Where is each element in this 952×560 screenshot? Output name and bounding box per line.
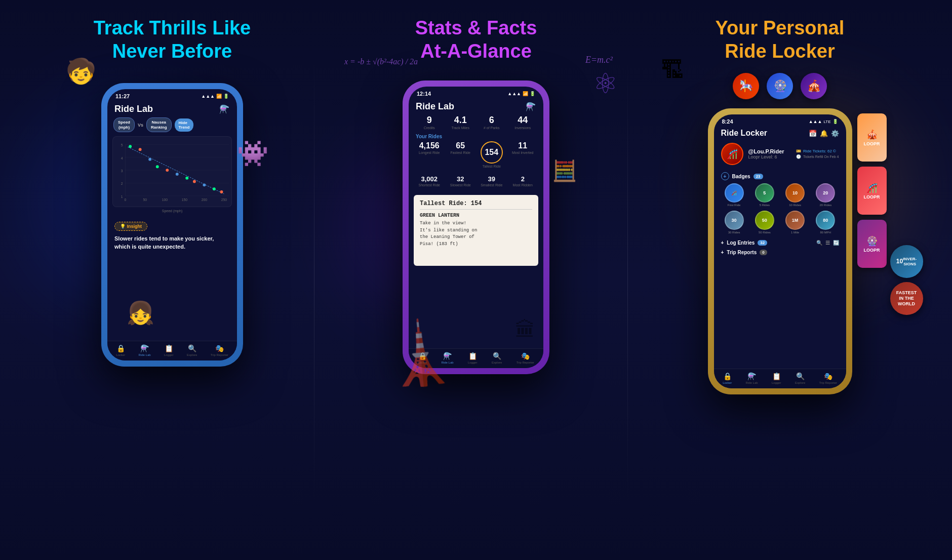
stat-shortest-value: 3,002 — [415, 175, 444, 183]
nav-logger-3[interactable]: 📋 Logger — [772, 372, 781, 384]
loopr-card-1: 🎪 LOOPR — [857, 113, 887, 162]
badge-10rides-label: 10 Rides — [789, 204, 801, 207]
section-stats-facts: Stats & Facts At-A-Glance x = -b ± √(b²-… — [329, 12, 623, 548]
phone-2-header: Ride Lab ⚗️ — [409, 99, 543, 115]
nav-locker-label: Locker — [116, 353, 125, 356]
vs-text: Vs — [138, 123, 143, 128]
refresh-log-icon[interactable]: 🔄 — [833, 240, 839, 246]
svg-text:150: 150 — [182, 198, 188, 202]
nav-locker-3[interactable]: 🔒 Locker — [723, 372, 732, 384]
trip-expand-btn[interactable]: + — [721, 250, 724, 255]
stat-trackmiles: 4.1 Track Miles — [446, 115, 475, 130]
nav-explore-3[interactable]: 🔍 Explore — [795, 372, 805, 384]
nav-tripreport-1[interactable]: 🎭 Trip Reporter — [211, 344, 228, 356]
phone-3-container: 8:24 ▲▲▲ LTE 🔋 Ride Locker 📅 🔔 — [708, 103, 852, 394]
phone-2-notch — [456, 87, 496, 97]
nav-explore-1[interactable]: 🔍 Explore — [187, 344, 197, 356]
stat-fastest: 65 Fastest Ride — [446, 141, 475, 168]
stats-bot-grid: 3,002 Shortest Ride 32 Slowest Ride 39 S… — [409, 175, 543, 191]
svg-text:4: 4 — [121, 156, 123, 160]
stat-inversions-label: Inversions — [508, 126, 538, 130]
nav-tripreport-2[interactable]: 🎭 Trip Reporter — [517, 352, 534, 364]
log-expand-btn[interactable]: + — [721, 240, 724, 246]
profile-row: 🎢 @Lou.P.Rider Loopr Level: 6 🎫 Ride Tic… — [714, 141, 846, 169]
explore-nav-icon-3: 🔍 — [796, 372, 805, 380]
svg-point-26 — [203, 184, 206, 187]
badge-30rides-circle: 30 — [725, 211, 744, 230]
nav-locker-label-3: Locker — [723, 381, 732, 384]
stat-mostinverted: 11 Most Inverted — [508, 141, 538, 168]
badge-30rides-label: 30 Rides — [728, 231, 740, 234]
badge-50rides-circle: 50 — [755, 211, 774, 230]
stat-parks-value: 6 — [477, 115, 506, 126]
list-log-icon[interactable]: ☰ — [825, 240, 830, 246]
ticket-refill-row: 🕐 Tickets Refill On Feb 4 — [796, 154, 839, 159]
phone-1-time: 11:27 — [115, 93, 130, 99]
nav-explore-2[interactable]: 🔍 Explore — [492, 352, 502, 364]
badges-expand-btn[interactable]: + — [721, 172, 729, 180]
phone-1-bottom-nav: 🔒 Locker ⚗️ Ride Lab 📋 Logger 🔍 — [107, 341, 237, 361]
stat-smallest: 39 Smallest Ride — [477, 175, 506, 187]
stat-mostridden-value: 2 — [508, 175, 538, 183]
stats-top-grid: 9 Credits 4.1 Track Miles 6 # of Parks — [409, 115, 543, 134]
phone-1-header: Ride Lab ⚗️ — [107, 101, 237, 117]
nav-ridelab-3[interactable]: ⚗️ Ride Lab — [746, 372, 758, 384]
warehouse-person-icon: 🏗 — [661, 57, 684, 84]
stat-credits-value: 9 — [415, 115, 444, 126]
speed-filter-btn[interactable]: Speed(mph) — [113, 117, 135, 132]
svg-point-25 — [193, 180, 196, 183]
phone-1-filter-row: Speed(mph) Vs NauseaRanking HideTrend — [107, 117, 237, 136]
nav-tripreport-3[interactable]: 🎭 Trip Reporter — [819, 372, 837, 384]
phone-2-app-title: Ride Lab — [416, 101, 454, 112]
badges-section-row: + Badges 23 — [714, 169, 846, 183]
nausea-filter-btn[interactable]: NauseaRanking — [146, 117, 172, 132]
badge-firstrip: 🎢 First Ride — [721, 183, 747, 207]
notebook-title: Tallest Ride: 154 — [420, 200, 532, 210]
stat-mostridden-label: Most Ridden — [508, 183, 538, 187]
gear-icon[interactable]: ⚙️ — [831, 130, 839, 137]
flask-icon: ⚗️ — [219, 103, 230, 114]
stat-inversions: 44 Inversions — [508, 115, 538, 130]
nav-locker-1[interactable]: 🔒 Locker — [116, 344, 125, 356]
badge-80mph: 80 80 MPH — [812, 211, 839, 234]
stat-smallest-label: Smallest Ride — [477, 183, 506, 187]
tripreport-nav-icon: 🎭 — [215, 344, 224, 352]
log-entries-count: 32 — [758, 240, 767, 246]
nav-logger-label: Logger — [164, 353, 174, 356]
nav-tripreport-label-3: Trip Reporter — [819, 381, 837, 384]
nav-ridelab-1[interactable]: ⚗️ Ride Lab — [139, 344, 151, 356]
svg-point-22 — [166, 169, 169, 172]
svg-text:2: 2 — [121, 182, 123, 186]
phone-1-notch — [152, 89, 192, 99]
signal-icon-3: ▲▲▲ — [809, 119, 822, 124]
stat-credits-label: Credits — [415, 126, 444, 130]
log-entries-row: + Log Entries 32 🔍 ☰ 🔄 — [714, 238, 846, 248]
log-icons: 🔍 ☰ 🔄 — [816, 240, 839, 246]
ticket-icon: 🎫 — [796, 149, 801, 153]
lte-icon: LTE — [823, 119, 830, 124]
phone-1-container: 11:27 ▲▲▲ 📶 🔋 Ride Lab ⚗️ — [101, 78, 243, 367]
profile-name: @Lou.P.Rider — [748, 148, 791, 154]
nav-logger-1[interactable]: 📋 Logger — [164, 344, 174, 356]
stat-parks-label: # of Parks — [477, 126, 506, 130]
calendar-icon[interactable]: 📅 — [809, 130, 817, 137]
nav-logger-2[interactable]: 📋 Logger — [468, 352, 478, 364]
svg-text:0: 0 — [124, 198, 126, 202]
ridelab-nav-icon: ⚗️ — [140, 344, 149, 352]
achievement-badges-container: 10INVER-SIONS FASTESTIN THEWORLD — [890, 245, 923, 315]
battery-icon: 🔋 — [223, 94, 229, 99]
top-badge-2: 🎡 — [767, 73, 793, 99]
badge-80mph-label: 80 MPH — [820, 231, 831, 234]
svg-text:3: 3 — [121, 169, 123, 173]
logger-nav-icon-2: 📋 — [468, 352, 477, 360]
stat-tallest-value: 154 — [485, 148, 498, 157]
search-log-icon[interactable]: 🔍 — [816, 240, 822, 246]
hide-trend-btn[interactable]: HideTrend — [175, 118, 194, 132]
bell-icon[interactable]: 🔔 — [820, 130, 828, 137]
signal-icon-2: ▲▲▲ — [507, 91, 521, 96]
svg-point-28 — [220, 190, 223, 193]
nav-ridelab-label-3: Ride Lab — [746, 381, 758, 384]
formula-2: E=m.c² — [585, 55, 613, 65]
stat-shortest: 3,002 Shortest Ride — [415, 175, 444, 187]
insight-button[interactable]: 💡 Insight — [114, 222, 147, 231]
